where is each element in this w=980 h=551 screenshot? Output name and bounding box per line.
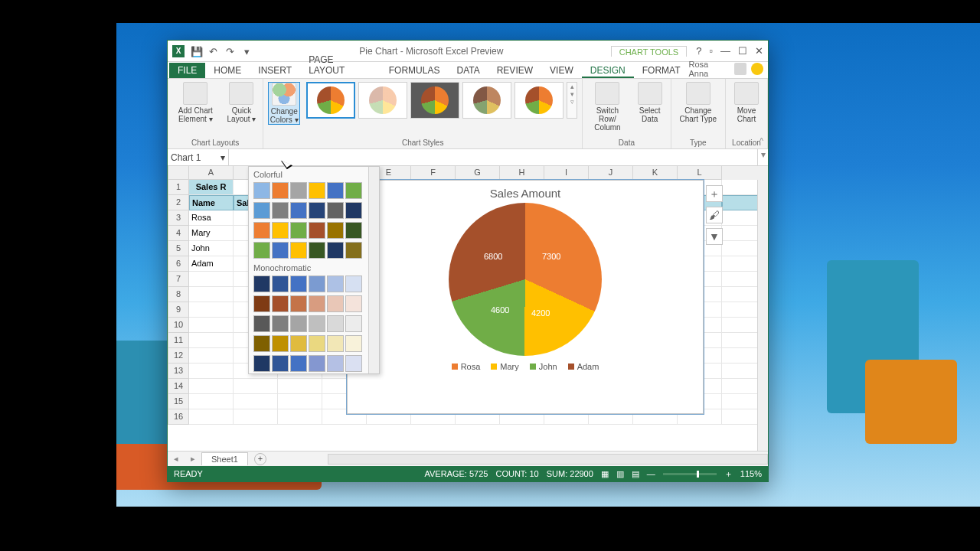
color-swatch[interactable] (345, 202, 362, 219)
cell[interactable]: Adam (189, 256, 234, 272)
row-header[interactable]: 10 (168, 318, 189, 333)
row-header[interactable]: 13 (168, 364, 189, 379)
close-icon[interactable]: ✕ (755, 45, 763, 57)
cell[interactable]: Rosa (189, 210, 234, 226)
color-swatch[interactable] (327, 335, 344, 352)
tab-view[interactable]: VIEW (541, 63, 582, 78)
color-swatch[interactable] (290, 202, 307, 219)
picker-scrollbar[interactable] (368, 167, 379, 373)
new-sheet-button[interactable]: + (254, 453, 266, 465)
row-header[interactable]: 4 (168, 226, 189, 241)
chart-style-thumb[interactable] (306, 82, 355, 119)
color-swatch[interactable] (290, 295, 307, 312)
user-account[interactable]: Rosa Anna (689, 60, 763, 78)
chart-title[interactable]: Sales Amount (348, 187, 703, 200)
chart-styles-button[interactable]: 🖌 (706, 207, 723, 223)
view-page-layout-icon[interactable]: ▥ (616, 469, 624, 479)
cell[interactable] (189, 379, 234, 394)
cell[interactable]: Sales R (189, 180, 234, 195)
row-header[interactable]: 1 (168, 180, 189, 195)
cell[interactable] (189, 333, 234, 348)
color-swatch[interactable] (253, 182, 270, 199)
color-swatch[interactable] (327, 276, 344, 292)
row-header[interactable]: 15 (168, 394, 189, 409)
excel-app-icon[interactable]: X (172, 45, 185, 57)
color-swatch[interactable] (345, 222, 362, 239)
color-swatch[interactable] (253, 355, 270, 372)
color-swatch[interactable] (345, 295, 362, 312)
chart-style-thumb[interactable] (410, 82, 459, 119)
cell[interactable] (189, 272, 234, 287)
color-swatch[interactable] (290, 315, 307, 332)
cell[interactable] (189, 364, 234, 379)
cell[interactable]: Name (189, 195, 234, 210)
color-swatch[interactable] (309, 202, 325, 219)
color-swatch[interactable] (327, 182, 344, 199)
color-swatch[interactable] (253, 202, 270, 219)
horizontal-scrollbar[interactable] (328, 454, 768, 465)
chart-legend[interactable]: Rosa Mary John Adam (348, 362, 703, 371)
save-icon[interactable]: 💾 (191, 46, 201, 57)
color-swatch[interactable] (272, 335, 289, 352)
tab-page-layout[interactable]: PAGE LAYOUT (300, 52, 381, 78)
color-swatch[interactable] (290, 355, 307, 372)
cell[interactable] (189, 318, 234, 333)
row-header[interactable]: 11 (168, 333, 189, 348)
color-swatch[interactable] (345, 276, 362, 292)
tab-review[interactable]: REVIEW (488, 63, 541, 78)
color-swatch[interactable] (309, 276, 325, 292)
tab-data[interactable]: DATA (448, 63, 488, 78)
chart-style-thumb[interactable] (358, 82, 407, 119)
color-swatch[interactable] (327, 315, 344, 332)
color-swatch[interactable] (327, 295, 344, 312)
tab-home[interactable]: HOME (205, 63, 250, 78)
zoom-level[interactable]: 115% (740, 469, 762, 478)
color-swatch[interactable] (309, 222, 325, 239)
vertical-scrollbar[interactable] (757, 180, 768, 451)
qat-customize-icon[interactable]: ▾ (241, 46, 252, 57)
color-swatch[interactable] (345, 182, 362, 199)
row-header[interactable]: 14 (168, 379, 189, 394)
tab-format[interactable]: FORMAT (634, 63, 689, 78)
chevron-down-icon[interactable]: ▾ (220, 152, 225, 163)
tab-design[interactable]: DESIGN (582, 63, 634, 78)
color-swatch[interactable] (290, 276, 307, 292)
row-header[interactable]: 7 (168, 272, 189, 287)
name-box[interactable]: Chart 1▾ (168, 149, 229, 165)
col-header[interactable]: G (456, 166, 500, 180)
col-header[interactable]: K (633, 166, 678, 180)
color-swatch[interactable] (309, 315, 325, 332)
color-swatch[interactable] (272, 295, 289, 312)
chart-elements-button[interactable]: ＋ (706, 185, 723, 202)
zoom-slider[interactable] (663, 473, 717, 475)
col-header[interactable]: A (189, 166, 234, 180)
row-header[interactable]: 2 (168, 195, 189, 210)
maximize-icon[interactable]: ☐ (738, 45, 747, 57)
color-swatch[interactable] (290, 242, 307, 259)
select-all-corner[interactable] (168, 166, 189, 180)
color-swatch[interactable] (345, 315, 362, 332)
color-swatch[interactable] (290, 222, 307, 239)
color-swatch[interactable] (253, 335, 270, 352)
row-header[interactable]: 6 (168, 256, 189, 272)
cell[interactable] (278, 379, 322, 394)
color-swatch[interactable] (327, 202, 344, 219)
ribbon-options-icon[interactable]: ▫ (709, 45, 713, 57)
color-swatch[interactable] (327, 355, 344, 372)
color-swatch[interactable] (309, 355, 325, 372)
cell[interactable] (189, 394, 234, 409)
color-swatch[interactable] (272, 202, 289, 219)
color-swatch[interactable] (272, 182, 289, 199)
change-chart-type-button[interactable]: Change Chart Type (676, 82, 720, 123)
collapse-ribbon-icon[interactable]: ^ (760, 137, 763, 145)
cell[interactable] (278, 394, 322, 409)
row-header[interactable]: 3 (168, 210, 189, 226)
cell[interactable] (189, 302, 234, 318)
color-swatch[interactable] (272, 222, 289, 239)
zoom-out-icon[interactable]: — (647, 469, 655, 478)
cell[interactable] (189, 287, 234, 302)
row-header[interactable]: 5 (168, 241, 189, 256)
tab-file[interactable]: FILE (169, 63, 205, 78)
minimize-icon[interactable]: — (720, 45, 730, 57)
row-header[interactable]: 9 (168, 302, 189, 318)
